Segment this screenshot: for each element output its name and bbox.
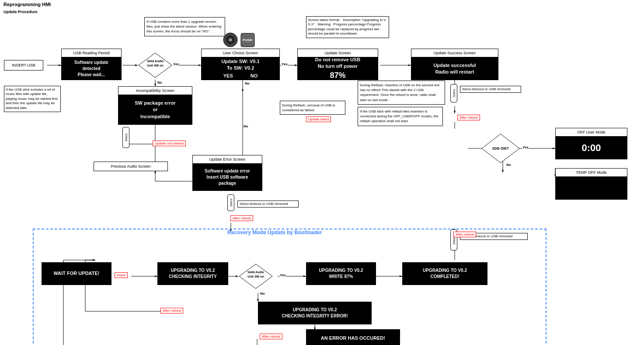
- svg-text:Unit SW on: Unit SW on: [247, 275, 264, 278]
- timer-3secs-update-error: 3secs: [227, 194, 234, 211]
- recovery-mode-box: [33, 229, 547, 345]
- reflash-removal-note: During Reflash, removal of USB is consid…: [280, 101, 345, 115]
- wait-for-update-screen: WAIT FOR UPDATE!: [42, 262, 111, 285]
- user-choice-label: User Choice Screen: [201, 49, 280, 57]
- update-error-label: Update Error Screen: [192, 155, 262, 164]
- reflash-usb-note: If the USB stick with reflash files inse…: [358, 107, 443, 126]
- update-screen: Do not remove USB No turn off power 87%: [297, 57, 378, 80]
- insert-label: Insert: [115, 272, 128, 278]
- valid-audio-diamond-2: Valid Audio Unit SW on: [238, 263, 273, 289]
- ign-no-label: No: [506, 163, 511, 167]
- screen-format-note: Screen takes format: · Description "Upgr…: [306, 16, 389, 38]
- insert-usb-label: INSERT USB: [4, 60, 43, 70]
- update-error-screen: Software update error Insert USB softwar…: [192, 164, 262, 191]
- valid-audio-diamond-1: Valid Audio Unit SW on: [138, 52, 173, 78]
- incompatibility-label: Incompatibility Screen: [118, 86, 192, 95]
- timer-3secs-incompatibility: 3secs: [122, 127, 129, 148]
- update-success-screen: Update successful Radio will restart: [411, 57, 498, 80]
- update-procedure-label: Update Procedure: [0, 9, 644, 15]
- temp-off-mode-label: TEMP OFF Mode: [555, 168, 627, 177]
- checking-error-screen: UPGRADING TO V0.2 CHECKING INTEGRITY ERR…: [258, 302, 372, 324]
- checking-integrity-screen: UPGRADING TO V0.2 CHECKING INTEGRITY: [157, 262, 228, 285]
- after-reboot-label-right: After reboot: [457, 115, 480, 120]
- svg-text:Unit SW on: Unit SW on: [147, 64, 163, 67]
- no-label-1: No: [157, 81, 162, 84]
- timeout-usb-label-1: 3secs timeout or USB removed: [237, 201, 299, 208]
- svg-text:IGN ON?: IGN ON?: [492, 146, 509, 151]
- svg-text:PUSH: PUSH: [243, 38, 252, 42]
- update-not-started-label: Update not started: [153, 141, 186, 146]
- usb-reading-screen: Software update detected Please wait...: [61, 57, 122, 80]
- off-user-mode-label: OFF User Mode: [555, 128, 627, 137]
- after-reboot-label-recovery: After reboot: [260, 334, 282, 339]
- user-choice-screen: Update SW: V0.1 To SW: V0.2 YES NO: [201, 57, 280, 80]
- temp-off-mode-screen: [555, 177, 627, 200]
- ign-yes-label: Yes: [522, 145, 529, 149]
- svg-text:Valid Audio: Valid Audio: [147, 60, 164, 63]
- yes-label-3: Yes: [280, 273, 286, 277]
- reflash-note: During Reflash, insertion of USB on the …: [358, 81, 445, 105]
- timer-3secs-right: 3secs: [450, 84, 457, 102]
- yes-label-1: Yes: [173, 62, 179, 66]
- usb-icons: PUSH: [223, 32, 255, 48]
- update-failed-box: Update failed: [306, 116, 331, 122]
- page-title: Reprogramming HMI: [0, 0, 644, 9]
- after-reboot-label-15secs: After reboot: [453, 232, 476, 237]
- svg-point-41: [229, 38, 232, 42]
- usb-version-note: If USB contains more than 1 upgrade vers…: [144, 17, 225, 36]
- completed-screen: UPGRADING TO V0.2 COMPLETED!: [402, 262, 487, 285]
- after-reboot-label-1: After reboot: [230, 215, 253, 221]
- off-user-mode-screen: 0:00: [555, 137, 627, 159]
- music-note: If the USB stick includes a lot of music…: [4, 86, 61, 112]
- update-screen-label: Update Screen: [297, 49, 378, 57]
- svg-text:Valid Audio: Valid Audio: [247, 271, 264, 274]
- ign-on-diamond: IGN ON?: [481, 133, 520, 164]
- yes-label-2: Yes: [282, 62, 288, 66]
- after-reboot-label-recovery-2: After reboot: [160, 308, 183, 313]
- error-occurred-screen: AN ERROR HAS OCCURED!: [306, 329, 400, 345]
- no-label-3: No: [244, 124, 248, 128]
- incompatibility-screen: SW package error or Incompatible: [118, 95, 192, 125]
- timeout-usb-label-2: 3secs timeout or USB removed: [460, 86, 521, 93]
- usb-reading-label: USB Reading Period: [61, 49, 122, 57]
- update-success-label: Update Success Screen: [411, 49, 498, 57]
- no-label-4: No: [260, 292, 265, 296]
- no-label-2: No: [245, 81, 250, 85]
- previous-audio-screen: Previous Audio Screen: [94, 162, 168, 171]
- write-screen: UPGRADING TO V0.2 WRITE 87%: [306, 262, 376, 285]
- recovery-mode-title: Recovery Mode Update by Bootloader: [227, 229, 322, 236]
